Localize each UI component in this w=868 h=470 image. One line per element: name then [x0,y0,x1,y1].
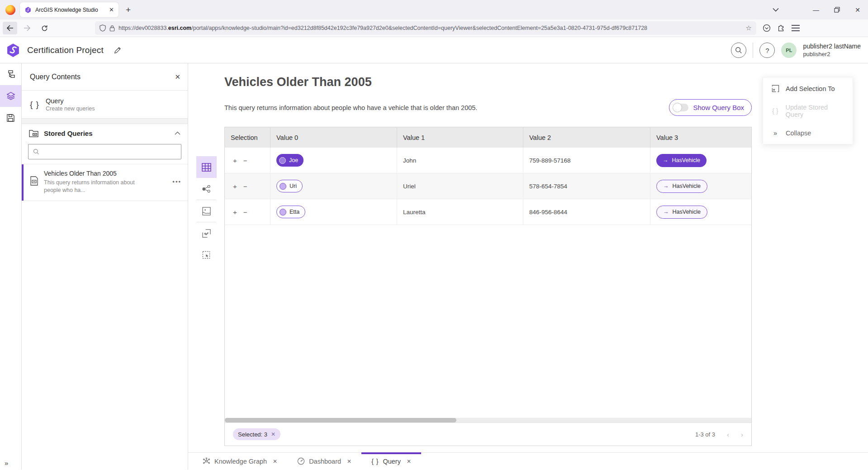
rail-data-model-button[interactable] [0,63,21,85]
add-to-map-button[interactable] [196,222,217,244]
menu-label: Add Selection To [786,85,835,92]
add-selection-icon[interactable]: + [233,157,237,164]
user-info[interactable]: publisher2 lastName publisher2 [803,43,861,58]
browser-tabstrip: ArcGIS Knowledge Studio ✕ + — ✕ [0,0,868,19]
search-button[interactable] [731,43,746,58]
browser-tab[interactable]: ArcGIS Knowledge Studio ✕ [20,2,119,17]
table-header-row: Selection Value 0 Value 1 Value 2 Value … [225,127,751,148]
edit-pencil-icon[interactable] [114,46,122,54]
forward-button[interactable] [20,22,34,34]
relation-pill[interactable]: →HasVehicle [656,206,707,219]
cell-value1: Uriel [397,173,523,199]
entity-pill[interactable]: Uri [276,180,303,192]
menu-update-stored-query[interactable]: { } Update Stored Query [763,100,853,122]
stored-query-item[interactable]: Vehicles Older Than 2005 This query retu… [22,164,188,201]
col-value2: Value 2 [523,127,650,148]
tab-knowledge-graph[interactable]: Knowledge Graph ✕ [193,453,287,470]
scrollbar-thumb[interactable] [225,418,456,422]
table-view-button[interactable] [196,156,217,178]
dashed-selection-icon [202,251,210,259]
window-minimize-button[interactable]: — [806,0,826,19]
tab-label: Dashboard [309,458,341,465]
rail-save-button[interactable] [0,107,21,129]
remove-selection-icon[interactable]: − [243,157,247,164]
table-row[interactable]: +− Etta Lauretta 846-956-8644 →HasVehicl… [225,199,751,225]
add-selection-to-icon [770,85,780,92]
user-username: publisher2 [803,51,861,58]
bookmark-star-icon[interactable]: ☆ [746,24,752,32]
tab-close-icon[interactable]: ✕ [109,6,114,13]
pocket-icon[interactable] [763,24,771,32]
tab-dashboard[interactable]: Dashboard ✕ [287,453,361,470]
layers-icon [6,91,15,101]
extensions-puzzle-icon[interactable] [777,24,785,32]
window-close-button[interactable]: ✕ [847,0,868,19]
lock-icon[interactable] [109,25,115,32]
menu-hamburger-icon[interactable] [792,25,800,31]
relation-pill[interactable]: →HasVehicle [656,154,707,167]
tab-close-icon[interactable]: ✕ [347,458,351,465]
add-selection-icon[interactable]: + [233,208,237,216]
clear-selection-icon[interactable]: ✕ [271,431,275,437]
tab-close-icon[interactable]: ✕ [407,458,411,465]
stored-query-description: This query returns information about peo… [44,179,139,194]
braces-icon: { } [770,107,780,115]
menu-label: Update Stored Query [786,104,846,118]
cell-value2: 759-889-57168 [523,148,650,173]
rail-expand-button[interactable]: » [0,459,22,467]
rail-contents-button[interactable] [0,85,21,107]
show-query-box-toggle[interactable]: Show Query Box [669,99,752,116]
stored-queries-title: Stored Queries [44,129,169,137]
map-view-button[interactable] [196,200,217,222]
selected-count-chip[interactable]: Selected: 3 ✕ [233,428,280,440]
entity-pill[interactable]: Joe [276,154,304,167]
menu-collapse[interactable]: » Collapse [763,122,853,144]
reload-button[interactable] [37,22,52,34]
firefox-logo-icon[interactable] [5,5,15,15]
hierarchy-icon [6,70,15,79]
user-avatar[interactable]: PL [781,43,797,58]
save-floppy-icon [6,114,15,122]
selected-count-label: Selected: 3 [238,431,267,438]
help-button[interactable]: ? [759,43,775,58]
remove-selection-icon[interactable]: − [243,182,247,190]
toggle-track [673,104,688,111]
table-row[interactable]: +− Joe John 759-889-57168 →HasVehicle [225,148,751,173]
back-button[interactable] [3,22,17,34]
selection-tool-button[interactable] [196,244,217,266]
project-title: Certification Project [27,45,104,55]
tab-list-chevron-icon[interactable] [768,0,784,19]
relation-pill[interactable]: →HasVehicle [656,180,707,193]
toggle-knob [673,103,682,112]
url-bar[interactable]: https://dev0028833.esri.com/portal/apps/… [95,21,756,35]
item-overflow-menu-icon[interactable]: ••• [172,178,181,185]
entity-dot-icon [279,157,286,164]
window-restore-button[interactable] [826,0,847,19]
chevron-up-icon[interactable] [175,131,180,135]
search-input[interactable] [43,149,176,155]
panel-close-icon[interactable]: ✕ [175,73,180,81]
screen: ArcGIS Knowledge Studio ✕ + — ✕ [0,0,868,470]
cell-value2: 578-654-7854 [523,173,650,199]
query-contents-panel: Query Contents ✕ { } Query Create new qu… [22,63,188,470]
tab-query[interactable]: { } Query ✕ [361,453,421,470]
entity-pill[interactable]: Etta [276,206,305,218]
remove-selection-icon[interactable]: − [243,208,247,216]
col-value1: Value 1 [397,127,523,148]
stored-queries-search[interactable] [28,144,181,159]
tab-close-icon[interactable]: ✕ [273,458,277,465]
query-create-item[interactable]: { } Query Create new queries [22,91,188,119]
stored-queries-header[interactable]: Stored Queries [22,124,188,142]
table-footer: Selected: 3 ✕ 1-3 of 3 ‹ › [225,422,751,446]
horizontal-scrollbar[interactable] [225,418,751,422]
link-chart-button[interactable] [196,178,217,200]
new-tab-button[interactable]: + [126,5,131,15]
prev-page-icon[interactable]: ‹ [727,431,729,438]
next-page-icon[interactable]: › [741,431,743,438]
shield-icon[interactable] [100,24,106,32]
share-graph-icon [202,185,211,193]
table-row[interactable]: +− Uri Uriel 578-654-7854 →HasVehicle [225,173,751,199]
cell-value1: John [397,148,523,173]
add-selection-icon[interactable]: + [233,182,237,190]
menu-add-selection-to[interactable]: Add Selection To [763,77,853,100]
